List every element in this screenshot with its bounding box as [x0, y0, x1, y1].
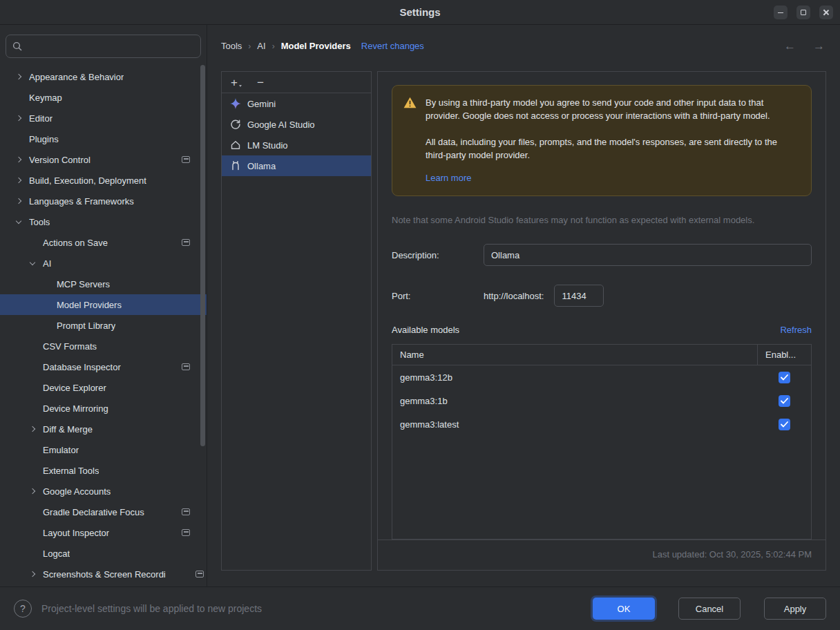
- chevron-right-icon[interactable]: [16, 115, 21, 121]
- model-row-gemma3-12b[interactable]: gemma3:12b: [392, 365, 811, 389]
- minimize-icon: [778, 12, 783, 13]
- sidebar-item-screenshots-screen-recording[interactable]: Screenshots & Screen Recordi: [0, 564, 207, 584]
- description-label: Description:: [392, 250, 484, 260]
- apply-button[interactable]: Apply: [764, 598, 826, 620]
- dialog-footer: ? Project-level settings will be applied…: [0, 586, 840, 630]
- sidebar-item-logcat[interactable]: Logcat: [0, 543, 207, 564]
- sidebar-item-model-providers[interactable]: Model Providers: [0, 294, 207, 315]
- sidebar-item-keymap[interactable]: Keymap: [0, 87, 207, 108]
- close-button[interactable]: [819, 6, 833, 19]
- check-icon: [781, 374, 788, 381]
- revert-changes-link[interactable]: Revert changes: [361, 41, 424, 51]
- check-icon: [781, 421, 788, 428]
- sidebar-item-actions-on-save[interactable]: Actions on Save: [0, 232, 207, 253]
- sidebar-item-emulator[interactable]: Emulator: [0, 439, 207, 460]
- sidebar-item-appearance-behavior[interactable]: Appearance & Behavior: [0, 66, 207, 87]
- sidebar-item-ai[interactable]: AI: [0, 253, 207, 274]
- provider-item-ollama[interactable]: Ollama: [222, 155, 371, 176]
- breadcrumb-tools[interactable]: Tools: [221, 41, 242, 51]
- port-row: Port: http://localhost:: [392, 285, 812, 307]
- sidebar-item-diff-merge[interactable]: Diff & Merge: [0, 419, 207, 439]
- help-icon: ?: [20, 603, 26, 614]
- model-enabled-checkbox[interactable]: [779, 372, 790, 383]
- model-enabled-checkbox[interactable]: [779, 395, 790, 407]
- warning-paragraph-2: All data, including your files, prompts,…: [426, 135, 800, 162]
- title-bar: Settings: [0, 0, 840, 25]
- learn-more-link[interactable]: Learn more: [426, 171, 471, 184]
- models-table: Name Enabl... gemma3:12b gemma3:1b g: [392, 344, 812, 540]
- provider-details-panel: By using a third-party model you agree t…: [377, 71, 826, 571]
- per-project-settings-icon: [182, 239, 190, 246]
- help-button[interactable]: ?: [14, 600, 32, 618]
- remove-provider-button[interactable]: −: [257, 77, 264, 88]
- per-project-settings-icon: [182, 156, 190, 163]
- chevron-down-icon[interactable]: [30, 259, 35, 265]
- lm-studio-icon: [230, 140, 241, 151]
- provider-item-lm-studio[interactable]: LM Studio: [222, 135, 371, 155]
- provider-list-panel: + − Gemini Google AI Studio LM Studio: [221, 71, 372, 571]
- sidebar-item-device-explorer[interactable]: Device Explorer: [0, 377, 207, 398]
- model-row-gemma3-latest[interactable]: gemma3:latest: [392, 412, 811, 436]
- back-arrow-icon[interactable]: ←: [784, 39, 796, 53]
- model-row-gemma3-1b[interactable]: gemma3:1b: [392, 389, 811, 412]
- breadcrumb-model-providers: Model Providers: [281, 41, 351, 51]
- model-enabled-checkbox[interactable]: [779, 419, 790, 430]
- maximize-button[interactable]: [796, 6, 810, 19]
- chevron-right-icon[interactable]: [16, 198, 21, 204]
- minimize-button[interactable]: [774, 6, 788, 19]
- google-ai-studio-icon: [230, 119, 241, 130]
- sidebar-item-plugins[interactable]: Plugins: [0, 128, 207, 149]
- sidebar-scrollbar[interactable]: [200, 65, 205, 446]
- close-icon: [823, 9, 830, 16]
- chevron-right-icon[interactable]: [30, 426, 35, 432]
- sidebar-item-languages-frameworks[interactable]: Languages & Frameworks: [0, 191, 207, 211]
- model-name: gemma3:12b: [392, 372, 757, 383]
- search-input[interactable]: [27, 41, 194, 52]
- settings-search-box[interactable]: [6, 35, 201, 58]
- per-project-settings-icon: [182, 508, 190, 515]
- sidebar-item-external-tools[interactable]: External Tools: [0, 460, 207, 481]
- ok-button[interactable]: OK: [593, 598, 655, 620]
- add-provider-button[interactable]: +: [231, 77, 242, 88]
- chevron-right-icon[interactable]: [16, 157, 21, 162]
- external-models-note: Note that some Android Studio features m…: [392, 215, 812, 225]
- chevron-right-icon[interactable]: [30, 488, 35, 494]
- chevron-right-icon[interactable]: [30, 571, 35, 577]
- provider-item-gemini[interactable]: Gemini: [222, 93, 371, 114]
- maximize-icon: [801, 10, 806, 15]
- ollama-icon: [230, 160, 241, 171]
- chevron-right-icon[interactable]: [16, 178, 21, 183]
- provider-list-toolbar: + −: [222, 72, 371, 93]
- description-row: Description:: [392, 244, 812, 266]
- sidebar-item-google-accounts[interactable]: Google Accounts: [0, 481, 207, 502]
- sidebar-item-editor[interactable]: Editor: [0, 108, 207, 128]
- sidebar-item-build-execution-deployment[interactable]: Build, Execution, Deployment: [0, 170, 207, 191]
- description-input[interactable]: [484, 244, 812, 266]
- cancel-button[interactable]: Cancel: [678, 598, 741, 620]
- window-controls: [774, 6, 833, 19]
- chevron-down-icon[interactable]: [16, 218, 21, 223]
- forward-arrow-icon[interactable]: →: [813, 39, 825, 53]
- per-project-settings-icon: [195, 571, 204, 578]
- provider-item-google-ai-studio[interactable]: Google AI Studio: [222, 114, 371, 135]
- sidebar-item-database-inspector[interactable]: Database Inspector: [0, 356, 207, 377]
- chevron-right-icon[interactable]: [16, 74, 21, 79]
- breadcrumb: Tools › AI › Model Providers Revert chan…: [207, 25, 840, 71]
- sidebar-item-layout-inspector[interactable]: Layout Inspector: [0, 522, 207, 543]
- settings-sidebar: Appearance & Behavior Keymap Editor Plug…: [0, 25, 207, 586]
- sidebar-item-tools[interactable]: Tools: [0, 211, 207, 232]
- breadcrumb-ai[interactable]: AI: [257, 41, 265, 51]
- sidebar-item-version-control[interactable]: Version Control: [0, 149, 207, 170]
- settings-window: Settings Appearance & Behavior Keymap Ed…: [0, 0, 840, 630]
- refresh-link[interactable]: Refresh: [780, 325, 812, 335]
- column-header-name: Name: [392, 345, 757, 365]
- sidebar-item-mcp-servers[interactable]: MCP Servers: [0, 274, 207, 294]
- check-icon: [781, 398, 788, 404]
- sidebar-item-device-mirroring[interactable]: Device Mirroring: [0, 398, 207, 419]
- sidebar-item-prompt-library[interactable]: Prompt Library: [0, 315, 207, 336]
- sidebar-item-gradle-declarative-focus[interactable]: Gradle Declarative Focus: [0, 502, 207, 522]
- warning-paragraph-1: By using a third-party model you agree t…: [426, 96, 800, 122]
- port-label: Port:: [392, 291, 484, 301]
- sidebar-item-csv-formats[interactable]: CSV Formats: [0, 336, 207, 356]
- port-input[interactable]: [554, 285, 604, 307]
